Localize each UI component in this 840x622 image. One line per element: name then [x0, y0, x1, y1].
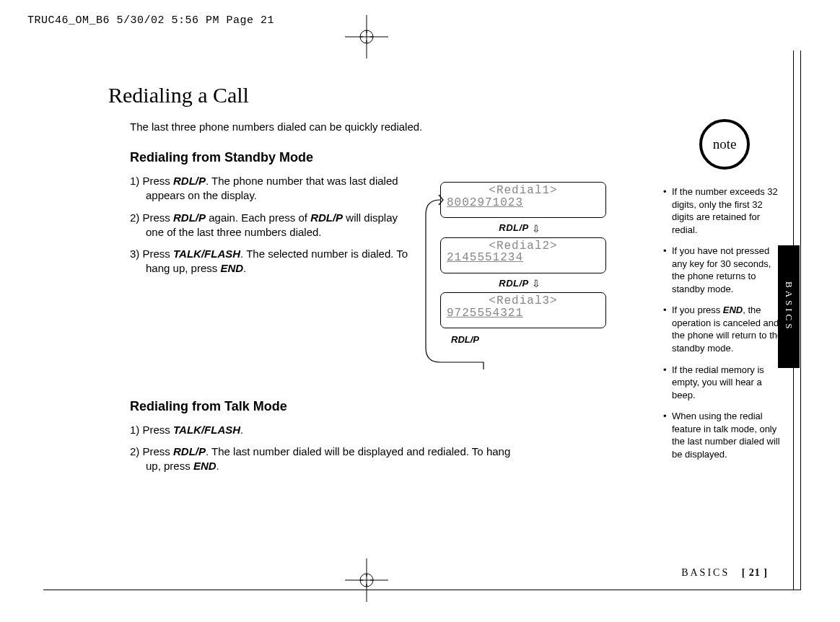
note-list: If the number exceeds 32 digits, only th… [663, 185, 786, 460]
page-title: Redialing a Call [108, 83, 613, 108]
registration-mark-icon [345, 15, 388, 58]
down-arrow-icon: ⇩ [532, 278, 541, 290]
lcd-sequence-diagram: <Redial1> 8002971023 RDL/P⇩ <Redial2> 21… [411, 182, 628, 346]
button-press-label: RDL/P⇩ [411, 222, 628, 235]
list-item: 3) Press TALK/FLASH. The selected number… [130, 247, 419, 276]
standby-heading: Redialing from Standby Mode [130, 150, 613, 165]
list-item: 2) Press RDL/P. The last number dialed w… [130, 444, 520, 474]
talk-heading: Redialing from Talk Mode [130, 399, 613, 414]
note-item: If you have not pressed any key for 30 s… [663, 245, 786, 295]
list-item: 1) Press RDL/P. The phone number that wa… [130, 174, 419, 203]
lcd-screen: <Redial3> 9725554321 [440, 292, 606, 328]
note-sidebar: note If the number exceeds 32 digits, on… [663, 119, 786, 469]
button-press-label: RDL/P⇩ [411, 278, 628, 291]
print-slug: TRUC46_OM_B6 5/30/02 5:56 PM Page 21 [27, 14, 274, 27]
talk-steps: 1) Press TALK/FLASH. 2) Press RDL/P. The… [130, 423, 613, 474]
lcd-screen: <Redial1> 8002971023 [440, 182, 606, 218]
page-footer: BASICS [ 21 ] [681, 567, 768, 579]
registration-mark-icon [345, 559, 388, 602]
intro-text: The last three phone numbers dialed can … [130, 121, 613, 133]
button-press-label: RDL/P [451, 333, 628, 346]
down-arrow-icon: ⇩ [532, 223, 541, 235]
page-rule [800, 51, 801, 590]
note-item: If the number exceeds 32 digits, only th… [663, 185, 786, 236]
note-icon: note [699, 119, 750, 170]
note-item: When using the redial feature in talk mo… [663, 410, 786, 460]
page-rule [43, 590, 801, 590]
list-item: 1) Press TALK/FLASH. [130, 423, 419, 437]
page-number: [ 21 ] [742, 567, 768, 578]
note-item: If you press END, the operation is cance… [663, 304, 786, 354]
list-item: 2) Press RDL/P again. Each press of RDL/… [130, 211, 419, 240]
note-item: If the redial memory is empty, you will … [663, 364, 786, 402]
lcd-screen: <Redial2> 2145551234 [440, 237, 606, 273]
footer-section: BASICS [681, 567, 730, 578]
